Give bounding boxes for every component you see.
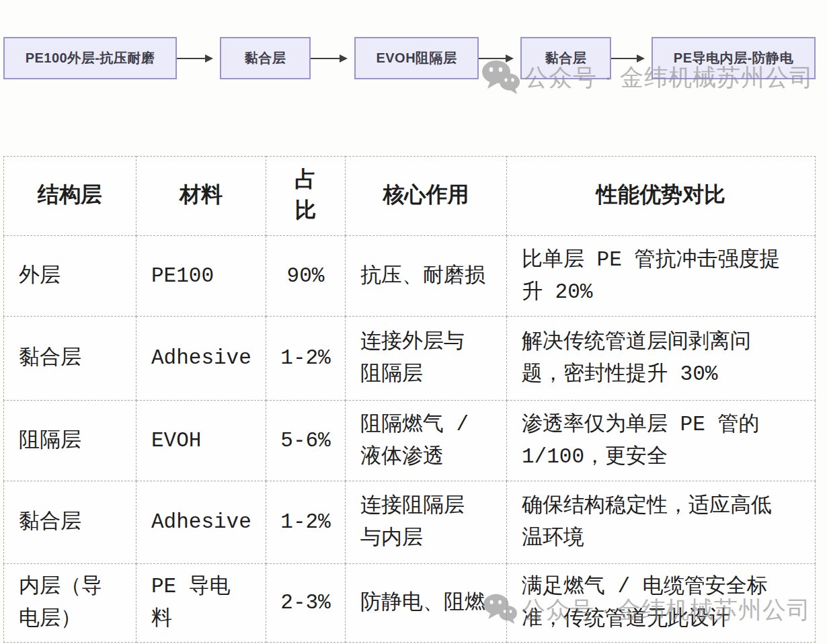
table-row: 黏合层 Adhesive 1-2% 连接外层与 阻隔层 解决传统管道层间剥离问 …	[4, 317, 816, 401]
table-cell: 解决传统管道层间剥离问 题，密封性提升 30%	[507, 317, 816, 401]
table-row: 内层（导 电层） PE 导电 料 2-3% 防静电、阻燃 满足燃气 / 电缆管安…	[4, 564, 816, 643]
table-cell: 外层	[4, 236, 136, 317]
flow-arrow-icon	[177, 58, 212, 59]
table-cell: PE 导电 料	[136, 564, 266, 643]
table-cell: 1-2%	[266, 481, 346, 564]
table-cell: 确保结构稳定性，适应高低 温环境	[507, 481, 816, 564]
table-cell: 满足燃气 / 电缆管安全标 准，传统管道无此设计	[507, 564, 816, 643]
header-structure-layer: 结构层	[4, 157, 136, 236]
flow-box-adhesive-2: 黏合层	[520, 37, 611, 79]
table-cell: EVOH	[136, 401, 266, 481]
table-cell: 2-3%	[266, 564, 346, 643]
table-cell: 阻隔层	[4, 401, 136, 481]
table-cell: 黏合层	[4, 481, 136, 564]
flow-box-adhesive-1: 黏合层	[220, 37, 311, 79]
table-cell: 比单层 PE 管抗冲击强度提 升 20%	[507, 236, 816, 317]
flow-box-evoh-barrier: EVOH阻隔层	[354, 37, 479, 79]
table-cell: 抗压、耐磨损	[346, 236, 507, 317]
flow-arrow-icon	[311, 58, 346, 59]
table-cell: PE100	[136, 236, 266, 317]
table-cell: 内层（导 电层）	[4, 564, 136, 643]
flow-arrow-icon	[611, 58, 643, 59]
table-row: 黏合层 Adhesive 1-2% 连接阻隔层 与内层 确保结构稳定性，适应高低…	[4, 481, 816, 564]
table-cell: Adhesive	[136, 481, 266, 564]
table-cell: 90%	[266, 236, 346, 317]
table-row: 阻隔层 EVOH 5-6% 阻隔燃气 / 液体渗透 渗透率仅为单层 PE 管的 …	[4, 401, 816, 481]
table-cell: 渗透率仅为单层 PE 管的 1/100，更安全	[507, 401, 816, 481]
header-proportion: 占 比	[266, 157, 346, 236]
table-cell: 黏合层	[4, 317, 136, 401]
table-cell: Adhesive	[136, 317, 266, 401]
flow-box-inner-layer: PE导电内层-防静电	[652, 37, 816, 79]
flow-box-outer-layer: PE100外层-抗压耐磨	[3, 37, 177, 79]
table-cell: 连接外层与 阻隔层	[346, 317, 507, 401]
layer-table-wrap: 结构层 材料 占 比 核心作用 性能优势对比 外层 PE100 90% 抗压、耐…	[3, 156, 816, 643]
header-core-function: 核心作用	[346, 157, 507, 236]
table-cell: 防静电、阻燃	[346, 564, 507, 643]
layer-structure-table: 结构层 材料 占 比 核心作用 性能优势对比 外层 PE100 90% 抗压、耐…	[3, 156, 816, 643]
table-cell: 1-2%	[266, 317, 346, 401]
table-cell: 连接阻隔层 与内层	[346, 481, 507, 564]
table-header-row: 结构层 材料 占 比 核心作用 性能优势对比	[4, 157, 816, 236]
table-cell: 阻隔燃气 / 液体渗透	[346, 401, 507, 481]
header-material: 材料	[136, 157, 266, 236]
header-advantage: 性能优势对比	[507, 157, 816, 236]
table-cell: 5-6%	[266, 401, 346, 481]
table-row: 外层 PE100 90% 抗压、耐磨损 比单层 PE 管抗冲击强度提 升 20%	[4, 236, 816, 317]
wechat-icon	[481, 59, 520, 95]
flow-arrow-icon	[479, 58, 512, 59]
document-page: PE100外层-抗压耐磨 黏合层 EVOH阻隔层 黏合层 PE导电内层-防静电 …	[0, 0, 827, 644]
